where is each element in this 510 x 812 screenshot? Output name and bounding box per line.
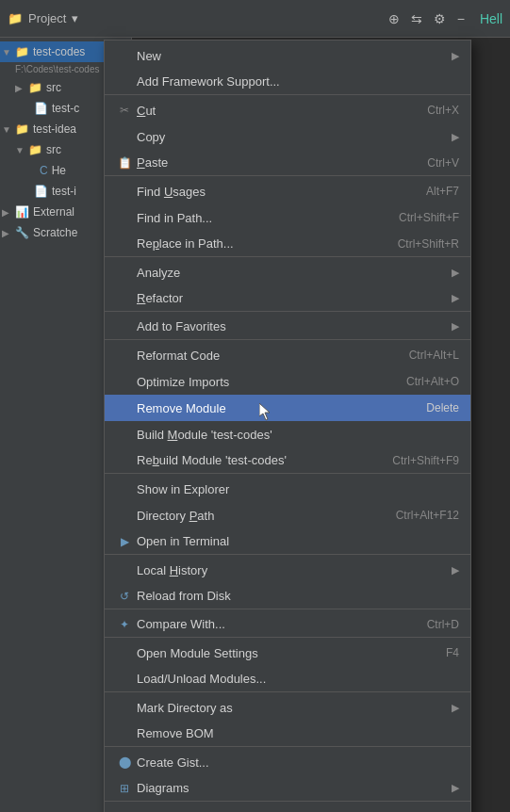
- menu-item-label: Remove BOM: [137, 726, 459, 740]
- tree-label: test-i: [52, 185, 76, 198]
- java-icon: C: [40, 164, 48, 177]
- tree-label: src: [46, 143, 61, 156]
- arrow-icon: ▶: [452, 320, 459, 333]
- expand-icon[interactable]: ⇆: [411, 11, 422, 26]
- menu-item-create-gist[interactable]: ⬤ Create Gist...: [105, 749, 470, 775]
- locate-icon[interactable]: ⊕: [388, 11, 400, 26]
- arrow-icon: ▶: [452, 131, 459, 143]
- menu-item-analyze[interactable]: Analyze ▶: [105, 259, 470, 285]
- menu-item-label: Paste: [137, 155, 408, 170]
- menu-item-remove-module[interactable]: Remove Module Delete: [105, 395, 470, 421]
- project-folder-icon: 📁: [8, 11, 23, 25]
- menu-item-label: Load/Unload Modules...: [137, 672, 459, 686]
- menu-item-label: Mark Directory as: [137, 701, 444, 715]
- menu-item-label: Create Gist...: [137, 755, 459, 770]
- menu-item-module-settings[interactable]: Open Module Settings F4: [105, 640, 470, 666]
- tree-label: test-c: [52, 102, 79, 115]
- menu-item-find-usages[interactable]: Find Usages Alt+F7: [105, 178, 470, 204]
- arrow-icon: ▼: [2, 124, 11, 135]
- menu-item-label: Reformat Code: [137, 349, 390, 363]
- menu-item-diagrams[interactable]: ⊞ Diagrams ▶: [105, 775, 470, 802]
- menu-item-label: Copy: [137, 130, 444, 144]
- menu-item-paste[interactable]: 📋 Paste Ctrl+V: [105, 150, 470, 176]
- shortcut-label: Ctrl+V: [427, 156, 459, 170]
- tree-label: test-codes: [33, 45, 85, 58]
- menu-item-new[interactable]: New ▶: [105, 42, 470, 69]
- menu-item-compare-with[interactable]: ✦ Compare With... Ctrl+D: [105, 611, 470, 638]
- file-icon: 📄: [34, 102, 48, 115]
- menu-item-optimize-imports[interactable]: Optimize Imports Ctrl+Alt+O: [105, 368, 470, 395]
- arrow-icon: ▶: [452, 564, 459, 577]
- file-icon: 📄: [34, 185, 48, 198]
- tree-label: Scratche: [33, 226, 77, 239]
- menu-item-build-module[interactable]: Build Module 'test-codes': [105, 421, 470, 447]
- menu-item-rebuild-module[interactable]: Rebuild Module 'test-codes' Ctrl+Shift+F…: [105, 447, 470, 474]
- menu-item-add-framework[interactable]: Add Framework Support...: [105, 69, 470, 95]
- menu-item-label: Replace in Path...: [137, 236, 379, 251]
- menu-item-label: Remove Module: [137, 401, 407, 415]
- menu-item-label: Open Module Settings: [137, 646, 427, 660]
- menu-item-remove-bom[interactable]: Remove BOM: [105, 721, 470, 747]
- project-dropdown-icon[interactable]: ▾: [72, 11, 78, 25]
- paste-icon: 📋: [116, 156, 133, 170]
- settings-icon[interactable]: ⚙: [434, 11, 446, 26]
- menu-item-label: Diagrams: [137, 781, 444, 795]
- shortcut-label: Ctrl+Shift+F9: [392, 454, 459, 467]
- menu-item-label: Find in Path...: [137, 211, 380, 225]
- menu-item-label: Reload from Disk: [137, 589, 459, 603]
- minimize-icon[interactable]: −: [457, 11, 465, 26]
- shortcut-label: Ctrl+Alt+F12: [396, 509, 459, 522]
- arrow-icon: ▼: [2, 47, 11, 57]
- menu-item-label: Open in Terminal: [137, 534, 459, 548]
- menu-item-replace-in-path[interactable]: Replace in Path... Ctrl+Shift+R: [105, 231, 470, 257]
- menu-item-label: Add Framework Support...: [137, 74, 459, 89]
- menu-item-label: Local History: [137, 563, 444, 577]
- menu-item-show-explorer[interactable]: Show in Explorer: [105, 476, 470, 502]
- tree-label: src: [46, 81, 61, 94]
- menu-item-reformat[interactable]: Reformat Code Ctrl+Alt+L: [105, 342, 470, 368]
- menu-item-refactor[interactable]: Refactor ▶: [105, 285, 470, 312]
- menu-item-label: Compare With...: [137, 617, 408, 631]
- menu-item-reload-disk[interactable]: ↺ Reload from Disk: [105, 583, 470, 609]
- project-title[interactable]: Project: [28, 11, 66, 25]
- arrow-icon: ▶: [452, 50, 459, 62]
- arrow-icon: ▼: [15, 145, 25, 155]
- run-label: Hell: [480, 11, 502, 26]
- arrow-icon: ▶: [452, 702, 459, 714]
- reload-icon: ↺: [116, 590, 133, 603]
- tree-label: He: [52, 164, 66, 177]
- menu-item-label: Cut: [137, 104, 408, 118]
- shortcut-label: Delete: [426, 401, 459, 414]
- menu-item-cut[interactable]: ✂ Cut Ctrl+X: [105, 97, 470, 123]
- menu-item-find-in-path[interactable]: Find in Path... Ctrl+Shift+F: [105, 204, 470, 231]
- project-label-area: 📁 Project ▾: [8, 11, 78, 25]
- menu-item-copy[interactable]: Copy ▶: [105, 123, 470, 150]
- module-icon: 📁: [15, 122, 29, 136]
- module-icon: 📁: [15, 45, 29, 58]
- menu-item-label: Rebuild Module 'test-codes': [137, 453, 373, 467]
- menu-item-convert-java[interactable]: Convert Java File to Kotlin File Ctrl+Al…: [105, 804, 470, 812]
- gist-icon: ⬤: [116, 755, 133, 769]
- top-bar: 📁 Project ▾ ⊕ ⇆ ⚙ − Hell: [0, 0, 510, 38]
- menu-item-label: Refactor: [137, 291, 444, 305]
- context-menu: New ▶ Add Framework Support... ✂ Cut Ctr…: [104, 40, 471, 812]
- shortcut-label: Ctrl+Alt+L: [409, 349, 459, 362]
- menu-item-directory-path[interactable]: Directory Path Ctrl+Alt+F12: [105, 502, 470, 528]
- arrow-icon: ▶: [452, 782, 459, 794]
- shortcut-label: F4: [446, 646, 459, 659]
- arrow-icon: ▶: [2, 207, 11, 218]
- menu-item-open-terminal[interactable]: ▶ Open in Terminal: [105, 528, 470, 555]
- menu-item-load-unload[interactable]: Load/Unload Modules...: [105, 666, 470, 692]
- arrow-icon: ▶: [15, 83, 25, 93]
- folder-icon: 📁: [28, 81, 42, 94]
- cut-icon: ✂: [116, 104, 133, 117]
- external-icon: 📊: [15, 205, 29, 219]
- menu-item-local-history[interactable]: Local History ▶: [105, 557, 470, 583]
- menu-item-add-favorites[interactable]: Add to Favorites ▶: [105, 314, 470, 340]
- menu-item-mark-directory[interactable]: Mark Directory as ▶: [105, 694, 470, 721]
- shortcut-label: Ctrl+X: [427, 104, 459, 117]
- menu-item-label: Build Module 'test-codes': [137, 428, 459, 442]
- menu-item-label: Show in Explorer: [137, 482, 459, 496]
- scratch-icon: 🔧: [15, 226, 29, 239]
- menu-item-label: Find Usages: [137, 185, 407, 199]
